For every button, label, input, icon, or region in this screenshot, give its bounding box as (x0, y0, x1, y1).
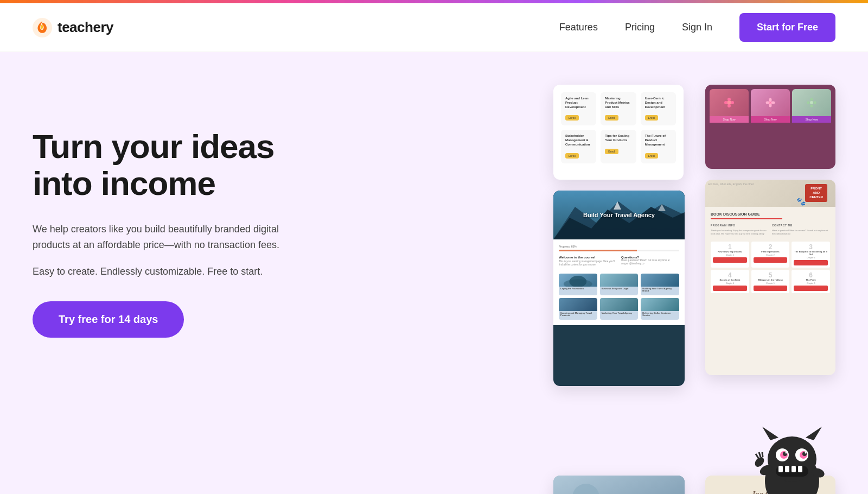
flower-thumb-3: Shop Now (792, 89, 831, 127)
svg-marker-30 (806, 427, 822, 440)
svg-point-23 (569, 276, 586, 287)
svg-point-5 (731, 101, 734, 104)
book-red-line (711, 218, 782, 219)
travel-card-body: Progress: 65% Welcome to the course! Thi… (553, 239, 685, 325)
photo-card-content (553, 476, 685, 494)
logo-icon (33, 18, 52, 37)
course-item-2: Mastering Product Metrics and KPIs Enrol… (601, 92, 636, 125)
svg-rect-43 (798, 466, 802, 472)
hero-section: Turn your ideas into income We help crea… (0, 52, 868, 494)
svg-point-9 (766, 102, 770, 104)
flower-icon-2 (765, 97, 776, 108)
svg-point-3 (727, 104, 731, 107)
screenshot-book-discussion: and love, other arts, English, the other… (705, 180, 835, 375)
svg-point-7 (769, 98, 772, 102)
module-6: Delivering Stellar Customer Service (641, 298, 679, 320)
bottom-photo-svg (553, 476, 685, 494)
module-4: Sourcing and Managing Travel Products (559, 298, 597, 320)
module-5: Marketing Your Travel Agency (600, 298, 639, 320)
course-item-1: Agile and Lean Product Development Enrol… (561, 92, 596, 125)
chapter-5: 5 Whispers in the Hallway Chapter 5 (751, 270, 790, 293)
screenshot-travel-agency: Build Your Travel Agency Progress: 65% W… (553, 191, 685, 386)
screenshots-wrapper: Agile and Lean Product Development Enrol… (553, 85, 835, 494)
hero-description: We help creators like you build beautifu… (33, 221, 298, 253)
small-monster-icon: 🐾 (796, 197, 806, 206)
chapter-1: 1 New Town, Big Dreams Chapter 1 (711, 242, 749, 268)
svg-line-51 (759, 452, 761, 457)
book-card-bg: and love, other arts, English, the other… (705, 180, 835, 207)
svg-point-13 (810, 105, 813, 107)
screenshot-course-list: Agile and Lean Product Development Enrol… (553, 85, 684, 180)
progress-bar (559, 250, 679, 251)
svg-line-50 (756, 454, 758, 458)
svg-point-8 (769, 104, 772, 107)
progress-section: Progress: 65% (559, 245, 679, 251)
hero-headline: Turn your ideas into income (33, 128, 331, 202)
course-row-1: Agile and Lean Product Development Enrol… (561, 92, 676, 125)
flower-icon-1 (724, 97, 735, 108)
svg-point-10 (771, 102, 775, 104)
nav-links: Features Pricing Sign In Start for Free (559, 13, 835, 42)
monster-character (754, 427, 830, 494)
flower-thumb-2: Shop Now (751, 89, 790, 127)
hero-cta-button[interactable]: Try free for 14 days (33, 301, 184, 338)
hero-screenshots-area: Agile and Lean Product Development Enrol… (353, 85, 835, 494)
book-card-content: BOOK DISCUSSION GUIDE Program Info Thank… (705, 207, 835, 299)
chapter-6: 6 The Party Chapter 6 (792, 270, 830, 293)
hero-tagline: Easy to create. Endlessly customizable. … (33, 266, 331, 277)
chapter-2: 2 First Impressions Chapter 2 (751, 242, 790, 268)
book-title: BOOK DISCUSSION GUIDE (711, 212, 830, 216)
svg-point-2 (727, 98, 731, 101)
progress-fill (559, 250, 637, 251)
course-item-3: User-Centric Design and Development Enro… (641, 92, 676, 125)
flower-thumb-1: Shop Now (710, 89, 749, 127)
svg-rect-24 (553, 476, 685, 494)
flower-icon-3 (806, 97, 817, 108)
front-center-badge: FRONTANDCENTER (805, 184, 827, 202)
navbar: teachery Features Pricing Sign In Start … (0, 3, 868, 52)
svg-point-4 (724, 101, 727, 104)
svg-point-38 (805, 452, 807, 454)
chapter-grid: 1 New Town, Big Dreams Chapter 1 2 First… (711, 242, 830, 293)
logo-text: teachery (58, 19, 113, 36)
svg-point-12 (810, 98, 813, 101)
svg-point-37 (786, 452, 787, 454)
svg-point-1 (727, 100, 731, 105)
course-row-2: Stakeholder Management & Communication E… (561, 130, 676, 163)
svg-rect-41 (785, 466, 789, 472)
course-item-5: Tips for Scaling Your Products Enroll (601, 130, 636, 163)
svg-point-11 (810, 101, 813, 104)
logo-link[interactable]: teachery (33, 18, 113, 37)
flower-images: Shop Now (705, 85, 835, 131)
svg-marker-29 (762, 427, 778, 440)
chapter-4: 4 Secrets of the Artist Chapter 4 (711, 270, 749, 293)
nav-start-free-button[interactable]: Start for Free (739, 13, 835, 42)
screenshot-flower-products: Shop Now (705, 85, 835, 169)
svg-rect-42 (792, 466, 796, 472)
chapter-3: 3 The Blueprint to Becoming an It Girl C… (792, 242, 830, 268)
welcome-label: Welcome to the course! (559, 256, 617, 259)
course-list-content: Agile and Lean Product Development Enrol… (553, 85, 684, 175)
nav-features-link[interactable]: Features (559, 22, 598, 33)
travel-card-title: Build Your Travel Agency (583, 212, 655, 218)
course-item-6: The Future of Product Management Enroll (641, 130, 676, 163)
module-2: Business Setup and Legal (600, 274, 639, 295)
module-grid: Laying the Foundation Business Setup and… (559, 274, 679, 320)
nav-pricing-link[interactable]: Pricing (625, 22, 655, 33)
hero-left-content: Turn your ideas into income We help crea… (33, 85, 331, 338)
nav-signin-link[interactable]: Sign In (682, 22, 712, 33)
travel-card-header: Build Your Travel Agency (553, 191, 685, 239)
svg-point-14 (807, 102, 810, 104)
svg-line-52 (762, 452, 763, 457)
svg-point-15 (814, 102, 816, 104)
svg-rect-40 (778, 466, 783, 472)
monster-svg (754, 427, 830, 494)
module-1: Laying the Foundation (559, 274, 597, 295)
screenshot-bottom-photo (553, 476, 685, 494)
module-3: Building Your Travel Agency Brand (641, 274, 679, 295)
course-item-4: Stakeholder Management & Communication E… (561, 130, 596, 163)
